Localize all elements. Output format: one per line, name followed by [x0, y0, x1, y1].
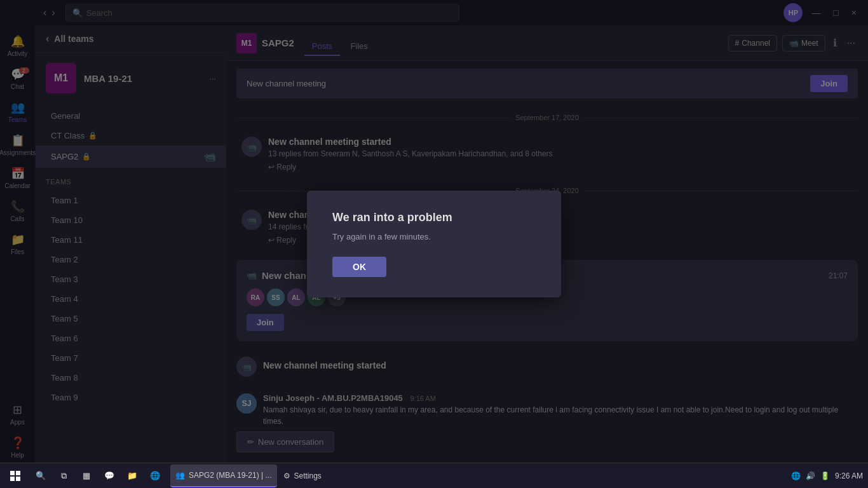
error-modal: We ran into a problem Try again in a few… [307, 191, 561, 297]
taskbar-app-teams[interactable]: 👥 SAPG2 (MBA 19-21) | ... [170, 464, 277, 487]
svg-rect-3 [16, 477, 20, 481]
taskbar-taskview[interactable]: ⧉ [53, 466, 74, 486]
taskbar-edge[interactable]: 🌐 [145, 466, 165, 486]
tray-time: 9:26 AM [835, 471, 863, 480]
taskbar-tray: 🌐 🔊 🔋 9:26 AM [791, 471, 863, 480]
taskbar: 🔍 ⧉ ▦ 💬 📁 🌐 👥 SAPG2 (MBA 19-21) | ... ⚙ … [0, 463, 868, 488]
modal-body: Try again in a few minutes. [332, 232, 536, 241]
tray-network-icon: 🌐 [791, 471, 801, 480]
teams-taskbar-icon: 👥 [175, 471, 185, 480]
modal-title: We ran into a problem [332, 211, 536, 224]
taskbar-app-settings[interactable]: ⚙ Settings [278, 464, 327, 487]
taskbar-widgets[interactable]: ▦ [76, 466, 97, 486]
modal-overlay: We ran into a problem Try again in a few… [0, 0, 868, 488]
svg-rect-1 [16, 471, 20, 475]
settings-taskbar-icon: ⚙ [283, 471, 290, 480]
svg-rect-0 [10, 471, 15, 475]
taskbar-apps: 👥 SAPG2 (MBA 19-21) | ... ⚙ Settings [170, 464, 327, 487]
taskbar-chat[interactable]: 💬 [99, 466, 119, 486]
start-button[interactable] [5, 466, 25, 486]
taskbar-quick-icons: 🔍 ⧉ ▦ 💬 📁 🌐 [31, 466, 165, 486]
svg-rect-2 [10, 477, 15, 481]
tray-battery-icon: 🔋 [820, 471, 830, 480]
taskbar-search[interactable]: 🔍 [31, 466, 51, 486]
taskbar-explorer[interactable]: 📁 [122, 466, 142, 486]
ok-button[interactable]: OK [332, 257, 386, 277]
tray-volume-icon: 🔊 [806, 471, 815, 480]
